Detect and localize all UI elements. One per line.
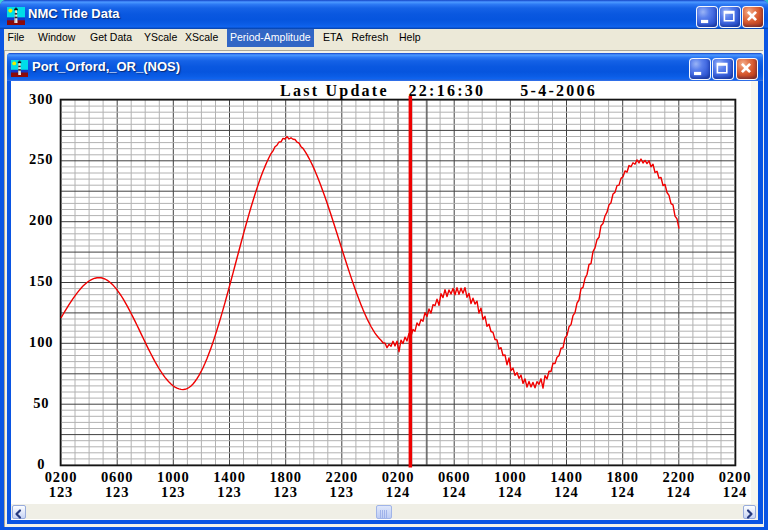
svg-text:123: 123 [330, 484, 354, 500]
svg-text:200: 200 [29, 212, 53, 228]
svg-text:124: 124 [667, 484, 691, 500]
svg-text:124: 124 [442, 484, 466, 500]
svg-text:123: 123 [105, 484, 129, 500]
svg-text:123: 123 [273, 484, 297, 500]
svg-text:124: 124 [723, 484, 747, 500]
svg-text:150: 150 [29, 273, 53, 289]
svg-text:250: 250 [29, 151, 53, 167]
svg-text:124: 124 [610, 484, 634, 500]
svg-text:100: 100 [29, 334, 53, 350]
svg-text:123: 123 [49, 484, 73, 500]
svg-text:124: 124 [386, 484, 410, 500]
svg-text:124: 124 [554, 484, 578, 500]
svg-text:300: 300 [29, 91, 53, 107]
svg-text:50: 50 [33, 395, 49, 411]
svg-text:123: 123 [161, 484, 185, 500]
svg-text:124: 124 [498, 484, 522, 500]
svg-text:123: 123 [217, 484, 241, 500]
